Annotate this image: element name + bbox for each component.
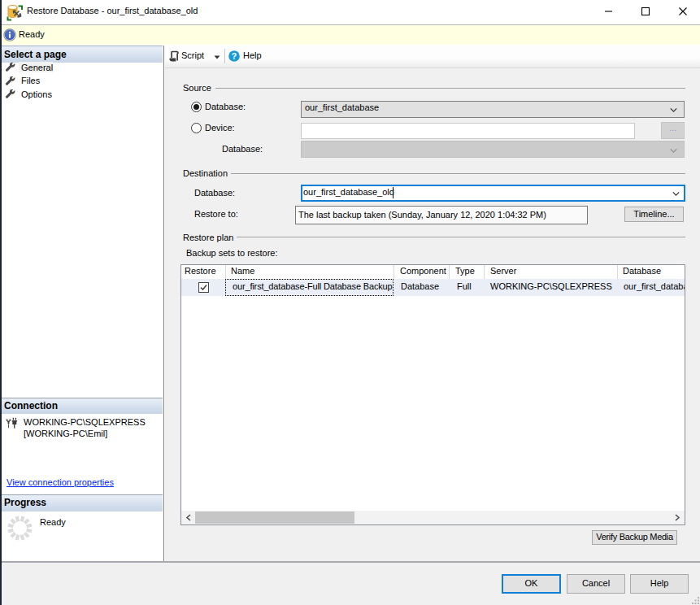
- svg-text:?: ?: [232, 51, 237, 61]
